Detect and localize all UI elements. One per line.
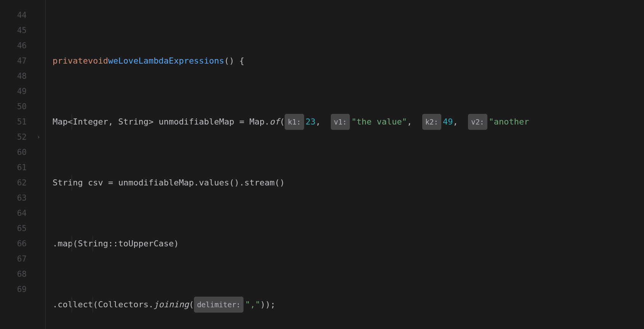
code-text: .collect(Collectors.	[53, 297, 154, 312]
line-number[interactable]: 44	[0, 8, 46, 23]
line-number[interactable]: 62	[0, 175, 46, 190]
line-number[interactable]: 65	[0, 221, 46, 236]
punct: (	[280, 114, 285, 129]
code-line[interactable]: private void weLoveLambdaExpressions() {	[53, 53, 644, 69]
param-hint: k1:	[285, 114, 304, 130]
line-number[interactable]: 45	[0, 23, 46, 38]
line-number[interactable]: 46	[0, 38, 46, 53]
code-editor[interactable]: 44 45 46 47 48 49 50 51 52› 60 61 62 63 …	[0, 0, 644, 329]
punct: ,	[316, 114, 331, 129]
line-number[interactable]: 64	[0, 206, 46, 221]
method-name: weLoveLambdaExpressions	[108, 53, 224, 69]
keyword: private	[53, 53, 88, 69]
line-number[interactable]: 69	[0, 282, 46, 297]
line-number[interactable]: 61	[0, 160, 46, 175]
keyword: void	[88, 53, 108, 69]
punct: ,	[407, 114, 422, 129]
code-line[interactable]: String csv = unmodifiableMap.values().st…	[53, 175, 644, 190]
line-number[interactable]: 51	[0, 114, 46, 129]
static-call: joining	[154, 297, 189, 312]
line-number[interactable]: 49	[0, 84, 46, 99]
chevron-right-icon[interactable]: ›	[37, 129, 40, 145]
line-number[interactable]: 52›	[0, 129, 46, 145]
line-number[interactable]: 50	[0, 99, 46, 114]
param-hint: delimiter:	[194, 297, 244, 313]
param-hint: v1:	[331, 114, 350, 130]
line-number[interactable]: 60	[0, 145, 46, 160]
static-call: of	[270, 114, 280, 129]
number: 49	[443, 114, 453, 129]
param-hint: k2:	[422, 114, 441, 130]
line-number[interactable]: 67	[0, 251, 46, 267]
line-number[interactable]: 66	[0, 236, 46, 251]
code-line[interactable]: .collect(Collectors.joining(delimiter:",…	[53, 297, 644, 312]
punct: () {	[224, 53, 244, 69]
string: "the value"	[351, 114, 407, 129]
number: 23	[306, 114, 316, 129]
punct: (	[189, 297, 194, 312]
param-hint: v2:	[468, 114, 487, 130]
code-line[interactable]: Map<Integer, String> unmodifiableMap = M…	[53, 114, 644, 129]
code-area[interactable]: private void weLoveLambdaExpressions() {…	[46, 0, 644, 329]
string: "another	[489, 114, 529, 129]
line-number[interactable]: 48	[0, 69, 46, 84]
punct: ));	[260, 297, 276, 312]
string: ","	[245, 297, 260, 312]
code-text: Map<Integer, String> unmodifiableMap = M…	[53, 114, 270, 129]
line-number[interactable]: 63	[0, 190, 46, 206]
gutter: 44 45 46 47 48 49 50 51 52› 60 61 62 63 …	[0, 0, 46, 329]
line-number[interactable]: 47	[0, 53, 46, 69]
punct: ,	[453, 114, 468, 129]
code-line[interactable]: .map(String::toUpperCase)	[53, 236, 644, 251]
line-number[interactable]: 68	[0, 267, 46, 282]
code-text: String csv = unmodifiableMap.values().st…	[53, 175, 285, 190]
